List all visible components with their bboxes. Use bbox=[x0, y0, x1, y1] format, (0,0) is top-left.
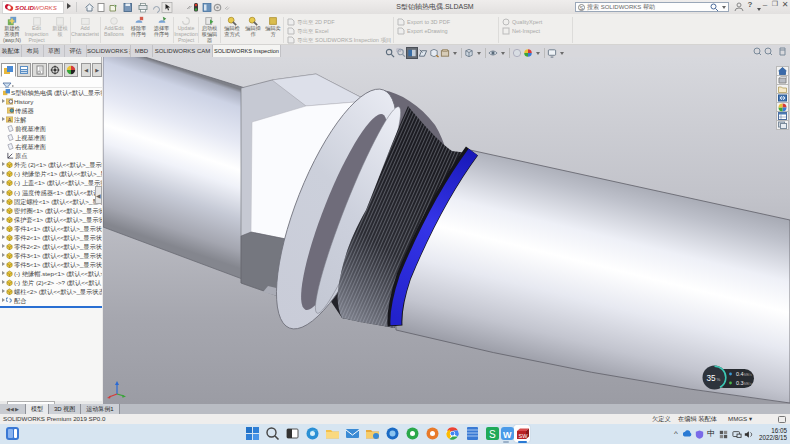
svg-text:%: % bbox=[717, 377, 721, 382]
svg-text:35: 35 bbox=[707, 374, 717, 383]
svg-text:SOLID: SOLID bbox=[15, 4, 34, 11]
svg-text:S: S bbox=[489, 429, 496, 440]
svg-text:SW: SW bbox=[519, 433, 529, 439]
svg-text:W: W bbox=[503, 430, 512, 440]
svg-text:WORKS: WORKS bbox=[34, 4, 58, 11]
svg-text:A: A bbox=[8, 117, 12, 123]
